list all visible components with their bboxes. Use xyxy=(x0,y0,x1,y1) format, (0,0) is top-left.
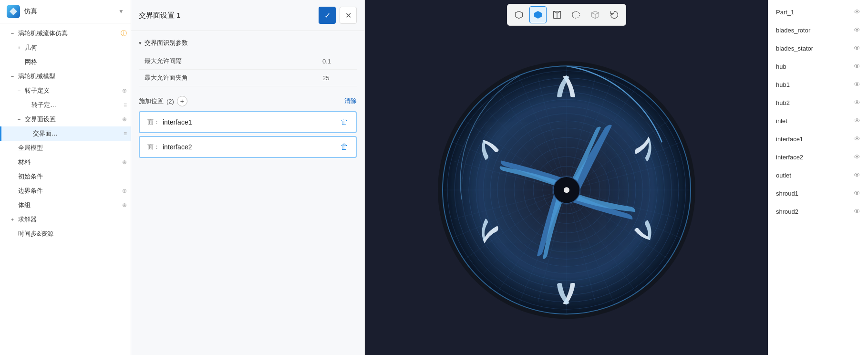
mesh-visualization xyxy=(433,56,700,325)
part-row-Part1[interactable]: Part_1 👁 xyxy=(768,3,868,21)
tree-label: 体组 xyxy=(18,201,120,209)
param-label-angle: 最大允许面夹角 xyxy=(145,73,322,82)
part-row-blades-stator[interactable]: blades_stator 👁 xyxy=(768,39,868,57)
sidebar-tree: − 涡轮机械流体仿真 ⓘ + 几何 网格 − 涡轮机械模型 − 转子定义 ⊕ 转… xyxy=(0,23,131,355)
tree-label: 求解器 xyxy=(18,215,127,224)
part-row-shroud2[interactable]: shroud2 👁 xyxy=(768,202,868,220)
part-name: hub xyxy=(776,63,854,70)
visibility-icon[interactable]: 👁 xyxy=(854,117,860,125)
tree-label: 全局模型 xyxy=(18,144,127,152)
face-prefix-1: 面： xyxy=(147,118,160,126)
tree-item-interface-child[interactable]: 交界面… ≡ xyxy=(0,126,131,141)
expand-icon xyxy=(9,144,16,152)
visibility-icon[interactable]: 👁 xyxy=(854,153,860,161)
svg-point-39 xyxy=(564,187,569,193)
reset-view-button[interactable] xyxy=(606,6,623,23)
expand-icon xyxy=(9,230,16,238)
visibility-icon[interactable]: 👁 xyxy=(854,171,860,179)
tree-label: 转子定义 xyxy=(25,86,120,95)
add-action-icon[interactable]: ⊕ xyxy=(122,87,127,94)
tree-item-geometry[interactable]: + 几何 xyxy=(0,41,131,55)
tree-item-turbomachinery-model[interactable]: − 涡轮机械模型 xyxy=(0,69,131,84)
dialog-title: 交界面设置 1 xyxy=(139,11,315,20)
tree-item-rotor-def[interactable]: − 转子定义 ⊕ xyxy=(0,84,131,98)
tree-label: 材料 xyxy=(18,158,120,167)
add-action-icon[interactable]: ⊕ xyxy=(122,188,127,194)
view-perspective-button[interactable] xyxy=(510,6,527,23)
warn-icon: ⓘ xyxy=(121,29,127,38)
tree-item-mesh[interactable]: 网格 xyxy=(0,55,131,69)
face-item-interface1[interactable]: 面： interface1 🗑 xyxy=(139,111,357,133)
confirm-button[interactable]: ✓ xyxy=(319,7,336,24)
dialog-body: ▾ 交界面识别参数 最大允许间隔 0.1 最大允许面夹角 25 施加位置 (2)… xyxy=(131,31,364,355)
close-button[interactable]: ✕ xyxy=(340,7,357,24)
visibility-icon[interactable]: 👁 xyxy=(854,189,860,197)
part-row-inlet[interactable]: inlet 👁 xyxy=(768,112,868,130)
view-solid-button[interactable] xyxy=(529,6,547,23)
apply-header: 施加位置 (2) + 清除 xyxy=(139,96,357,106)
tree-item-time-resources[interactable]: 时间步&资源 xyxy=(0,227,131,241)
add-action-icon[interactable]: ⊕ xyxy=(122,202,127,209)
menu-action-icon[interactable]: ≡ xyxy=(124,130,127,137)
expand-icon xyxy=(9,201,16,209)
part-name: blades_rotor xyxy=(776,27,854,34)
tree-item-global-model[interactable]: 全局模型 xyxy=(0,141,131,155)
part-row-hub2[interactable]: hub2 👁 xyxy=(768,94,868,112)
app-logo xyxy=(7,5,20,18)
part-row-interface1[interactable]: interface1 👁 xyxy=(768,130,868,148)
tree-item-solver[interactable]: + 求解器 xyxy=(0,212,131,227)
menu-action-icon[interactable]: ≡ xyxy=(124,102,127,108)
tree-item-volume-groups[interactable]: 体组 ⊕ xyxy=(0,198,131,212)
param-label-gap: 最大允许间隔 xyxy=(145,57,322,65)
view-outline-button[interactable] xyxy=(568,6,585,23)
visibility-icon[interactable]: 👁 xyxy=(854,8,860,16)
visibility-icon[interactable]: 👁 xyxy=(854,26,860,34)
part-name: shroud1 xyxy=(776,190,854,197)
part-row-hub[interactable]: hub 👁 xyxy=(768,57,868,75)
delete-face-2-button[interactable]: 🗑 xyxy=(341,143,348,151)
sidebar-arrow-icon: ▼ xyxy=(118,8,124,15)
tree-label: 涡轮机械模型 xyxy=(18,72,127,81)
visibility-icon[interactable]: 👁 xyxy=(854,44,860,52)
part-row-blades-rotor[interactable]: blades_rotor 👁 xyxy=(768,21,868,39)
delete-face-1-button[interactable]: 🗑 xyxy=(341,118,348,126)
tree-item-materials[interactable]: 材料 ⊕ xyxy=(0,155,131,169)
add-action-icon[interactable]: ⊕ xyxy=(122,159,127,166)
viewport[interactable] xyxy=(365,0,768,355)
face-prefix-2: 面： xyxy=(147,143,160,151)
face-name-1: interface1 xyxy=(163,118,341,126)
sidebar-header[interactable]: 仿真 ▼ xyxy=(0,0,131,23)
visibility-icon[interactable]: 👁 xyxy=(854,81,860,88)
expand-icon: − xyxy=(15,87,23,94)
part-row-shroud1[interactable]: shroud1 👁 xyxy=(768,184,868,202)
part-row-hub1[interactable]: hub1 👁 xyxy=(768,75,868,94)
param-value-angle: 25 xyxy=(322,74,351,82)
face-item-interface2[interactable]: 面： interface2 🗑 xyxy=(139,136,357,158)
add-action-icon[interactable]: ⊕ xyxy=(122,116,127,123)
tree-label: 边界条件 xyxy=(18,187,120,195)
tree-item-interface-settings[interactable]: − 交界面设置 ⊕ xyxy=(0,112,131,126)
part-row-interface2[interactable]: interface2 👁 xyxy=(768,148,868,166)
tree-label: 转子定… xyxy=(31,101,122,109)
tree-item-rotor-def-child[interactable]: 转子定… ≡ xyxy=(0,98,131,112)
section-collapse-icon[interactable]: ▾ xyxy=(139,40,142,46)
visibility-icon[interactable]: 👁 xyxy=(854,99,860,106)
view-wireframe-button[interactable] xyxy=(548,6,566,23)
visibility-icon[interactable]: 👁 xyxy=(854,63,860,70)
sidebar: 仿真 ▼ − 涡轮机械流体仿真 ⓘ + 几何 网格 − 涡轮机械模型 − 转子定… xyxy=(0,0,131,355)
tree-label: 交界面设置 xyxy=(25,115,120,124)
visibility-icon[interactable]: 👁 xyxy=(854,208,860,215)
viewport-toolbar xyxy=(507,4,626,26)
tree-item-turbomachinery-sim[interactable]: − 涡轮机械流体仿真 ⓘ xyxy=(0,26,131,41)
part-name: shroud2 xyxy=(776,208,854,215)
part-row-outlet[interactable]: outlet 👁 xyxy=(768,166,868,184)
expand-icon xyxy=(9,158,16,166)
add-face-button[interactable]: + xyxy=(177,96,187,106)
dialog-panel: 交界面设置 1 ✓ ✕ ▾ 交界面识别参数 最大允许间隔 0.1 最大允许面夹角… xyxy=(131,0,365,355)
tree-item-initial-conditions[interactable]: 初始条件 xyxy=(0,169,131,184)
visibility-icon[interactable]: 👁 xyxy=(854,135,860,143)
expand-icon xyxy=(15,58,23,66)
tree-item-boundary-conditions[interactable]: 边界条件 ⊕ xyxy=(0,184,131,198)
view-transparent-button[interactable] xyxy=(587,6,604,23)
clear-button[interactable]: 清除 xyxy=(344,97,357,105)
